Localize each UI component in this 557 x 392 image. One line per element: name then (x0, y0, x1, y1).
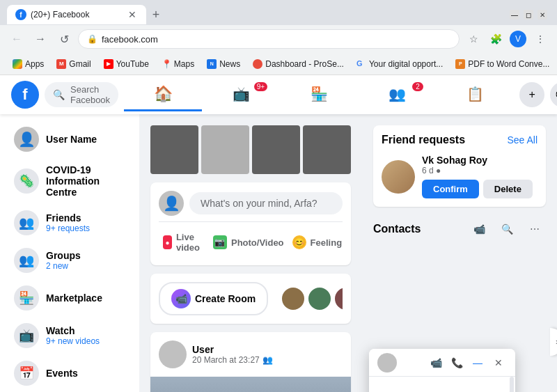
bookmark-maps[interactable]: 📍 Maps (156, 56, 200, 72)
contacts-title: Contacts (373, 223, 421, 235)
feeling-button[interactable]: 😊 Feeling (288, 228, 347, 257)
friend-requests-header: Friend requests See All (382, 134, 538, 146)
post-composer: 👤 What's on your mind, Arfa? ● Live vide… (150, 182, 351, 265)
news-favicon: N (207, 59, 217, 69)
new-tab-button[interactable]: + (146, 5, 166, 24)
friend-request-info: Vk Sohag Roy 6 d ● Confirm Delete (422, 155, 538, 198)
friend-request-time: 6 d ● (422, 166, 538, 175)
extension-icon[interactable]: 🧩 (486, 29, 505, 49)
video-call-icon[interactable]: 📹 (427, 354, 444, 371)
close-window-button[interactable]: ✕ (538, 10, 547, 19)
nav-menu[interactable]: 📋 (436, 78, 514, 111)
post-input-row: 👤 What's on your mind, Arfa? (159, 191, 343, 216)
bookmark-star-icon[interactable]: ☆ (464, 29, 483, 49)
fb-header: f 🔍 Search Facebook 🏠 📺 9+ 🏪 👥 2 📋 (0, 75, 557, 114)
friends-icon: 👥 (389, 86, 406, 102)
messenger-scrollbar[interactable] (510, 377, 514, 392)
browser-frame: f (20+) Facebook ✕ + — ◻ ✕ ← → ↺ 🔒 faceb… (0, 0, 557, 75)
bookmark-gmail[interactable]: M Gmail (51, 56, 96, 72)
bookmark-apps[interactable]: Apps (7, 56, 49, 72)
phone-call-icon[interactable]: 📞 (448, 354, 465, 371)
photo-video-button[interactable]: 📷 Photo/Video (209, 228, 288, 257)
sidebar-item-groups[interactable]: 👥 Groups 2 new (6, 242, 134, 279)
sidebar-item-friends[interactable]: 👥 Friends 9+ requests (6, 205, 134, 241)
sidebar-item-events[interactable]: 📅 Events (6, 355, 134, 391)
sidebar-item-watch[interactable]: 📺 Watch 9+ new videos (6, 317, 134, 354)
more-options-icon[interactable]: ⋮ (531, 29, 550, 49)
bookmark-youtube[interactable]: ▶ YouTube (98, 56, 155, 72)
create-room-row: 📹 Create Room + (159, 282, 343, 315)
covid-icon: 🦠 (14, 168, 39, 194)
post-card-time: 20 March at 23:27 👥 (192, 355, 343, 365)
photo-icon: 📷 (213, 235, 227, 249)
feed-image-4 (303, 125, 351, 174)
post-card: User 20 March at 23:27 👥 (150, 332, 351, 392)
back-button[interactable]: ← (7, 29, 26, 49)
youtube-favicon: ▶ (104, 59, 113, 69)
close-chat-icon[interactable]: ✕ (490, 354, 507, 371)
delete-button[interactable]: Delete (483, 180, 533, 198)
home-icon: 🏠 (154, 85, 173, 103)
fb-logo[interactable]: f (11, 81, 39, 109)
contacts-more-icon[interactable]: ⋯ (524, 218, 546, 240)
create-room-label: Create Room (195, 293, 256, 304)
post-card-image (150, 377, 351, 392)
bookmark-dashboard-label: Dashboard - ProSe... (265, 59, 344, 69)
reload-button[interactable]: ↺ (54, 29, 74, 49)
gmail-favicon: M (56, 59, 66, 69)
bookmark-gmail-label: Gmail (69, 59, 91, 69)
bookmark-news[interactable]: N News (201, 56, 246, 72)
sidebar-watch-sub: 9+ new videos (46, 336, 100, 346)
sidebar-item-covid[interactable]: 🦠 COVID-19 Information Centre (6, 159, 134, 203)
bookmark-google[interactable]: G Your digital opport... (351, 56, 448, 72)
friend-request-name: Vk Sohag Roy (422, 155, 538, 166)
messenger-button[interactable]: 💬 (550, 82, 557, 107)
bookmark-pdf[interactable]: P PDF to Word Conve... (450, 56, 555, 72)
contacts-video-icon[interactable]: 📹 (468, 218, 490, 240)
sidebar-item-marketplace[interactable]: 🏪 Marketplace (6, 280, 134, 316)
maximize-button[interactable]: ◻ (524, 10, 533, 19)
minimize-chat-icon[interactable]: — (469, 354, 486, 371)
nav-marketplace[interactable]: 🏪 (280, 78, 358, 111)
address-bar[interactable]: 🔒 facebook.com (78, 29, 460, 49)
friend-requests-section: Friend requests See All Vk Sohag Roy 6 d… (373, 125, 546, 207)
tab-close-button[interactable]: ✕ (127, 9, 138, 20)
live-video-button[interactable]: ● Live video (159, 228, 209, 257)
minimize-button[interactable]: — (510, 10, 519, 19)
nav-home[interactable]: 🏠 (124, 78, 202, 111)
post-input-placeholder: What's on your mind, Arfa? (201, 198, 317, 209)
sidebar-groups-sub: 2 new (46, 261, 81, 271)
fb-navigation: 🏠 📺 9+ 🏪 👥 2 📋 (124, 78, 514, 111)
post-card-avatar (159, 340, 187, 368)
feeling-label: Feeling (311, 237, 343, 248)
sidebar-groups-text: Groups 2 new (46, 250, 81, 271)
create-button[interactable]: + (519, 82, 544, 107)
lock-icon: 🔒 (87, 34, 97, 44)
nav-watch[interactable]: 📺 9+ (202, 78, 280, 111)
messenger-contact-avatar (377, 353, 397, 373)
contacts-search-icon[interactable]: 🔍 (496, 218, 518, 240)
post-input-field[interactable]: What's on your mind, Arfa? (189, 192, 343, 214)
pdf-favicon: P (455, 59, 465, 69)
fb-search-bar[interactable]: 🔍 Search Facebook (45, 82, 118, 107)
confirm-button[interactable]: Confirm (422, 180, 479, 198)
browser-tab[interactable]: f (20+) Facebook ✕ (7, 5, 146, 24)
post-actions-row: ● Live video 📷 Photo/Video 😊 Feeling (159, 221, 343, 257)
create-room-button[interactable]: 📹 Create Room (159, 282, 268, 315)
sidebar-covid-label: COVID-19 Information Centre (46, 164, 125, 198)
bookmark-youtube-label: YouTube (116, 59, 149, 69)
apps-favicon (13, 59, 22, 69)
see-all-link[interactable]: See All (507, 134, 538, 146)
post-date: 20 March at 23:27 (192, 355, 260, 365)
dashboard-favicon (253, 59, 262, 69)
room-avatar-3 (334, 286, 343, 311)
sidebar-friends-text: Friends 9+ requests (46, 212, 90, 233)
bookmark-dashboard[interactable]: Dashboard - ProSe... (247, 56, 350, 72)
profile-icon[interactable]: V (508, 29, 528, 49)
nav-friends[interactable]: 👥 2 (358, 78, 436, 111)
marketplace-icon: 🏪 (311, 86, 328, 102)
friends-sidebar-icon: 👥 (14, 210, 39, 235)
sidebar-profile[interactable]: 👤 User Name (6, 121, 134, 157)
forward-button[interactable]: → (31, 29, 50, 49)
maps-favicon: 📍 (162, 59, 171, 69)
